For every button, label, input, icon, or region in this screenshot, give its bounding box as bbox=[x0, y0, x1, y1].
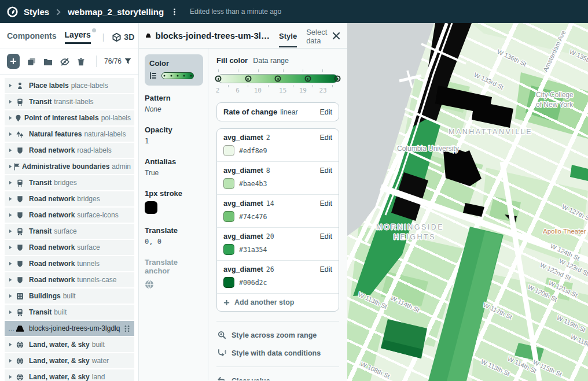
caret-icon[interactable] bbox=[8, 213, 16, 217]
map-block-polygon[interactable] bbox=[514, 343, 544, 361]
prop-color[interactable]: Color bbox=[145, 54, 203, 86]
breadcrumb-styles[interactable]: Styles bbox=[24, 7, 49, 17]
layer-row[interactable]: … blocks-joined-trees-um-3lgdlq bbox=[5, 321, 134, 336]
caret-icon[interactable] bbox=[8, 358, 16, 363]
slider-tick-labels: 2610151923 bbox=[218, 87, 338, 95]
tab-style[interactable]: Style bbox=[279, 24, 297, 47]
prop-opacity[interactable]: Opacity 1 bbox=[145, 125, 203, 145]
caret-icon[interactable] bbox=[8, 164, 13, 169]
stroke-color-swatch[interactable] bbox=[145, 201, 157, 214]
layer-counter[interactable]: 76/76 bbox=[104, 57, 131, 65]
stop-field-name: avg_diamet bbox=[223, 134, 263, 142]
prop-antialias[interactable]: Antialias True bbox=[145, 157, 203, 177]
layer-row[interactable]: Road network road-labels bbox=[5, 143, 134, 158]
caret-icon[interactable] bbox=[8, 197, 16, 201]
rate-of-change-row[interactable]: Rate of change linear Edit bbox=[216, 102, 339, 121]
caret-icon[interactable] bbox=[8, 148, 16, 153]
map-block-polygon[interactable] bbox=[435, 86, 513, 128]
layer-row[interactable]: Land, water, & sky built bbox=[5, 337, 134, 352]
stop-color-swatch[interactable] bbox=[223, 178, 234, 189]
edit-stop-button[interactable]: Edit bbox=[319, 232, 332, 241]
layer-row[interactable]: Point of interest labels poi-labels bbox=[5, 110, 134, 125]
caret-icon[interactable] bbox=[8, 294, 16, 298]
caret-icon[interactable] bbox=[8, 261, 16, 266]
layer-row[interactable]: Place labels place-labels bbox=[5, 78, 134, 93]
stop-color-swatch[interactable] bbox=[223, 211, 234, 222]
caret-icon[interactable] bbox=[8, 310, 16, 315]
prop-1px-stroke[interactable]: 1px stroke bbox=[145, 189, 203, 214]
layer-row[interactable]: Buildings built bbox=[5, 288, 134, 304]
slider-stop-handle[interactable] bbox=[335, 76, 341, 82]
stop-color-swatch[interactable] bbox=[223, 145, 234, 156]
map-block-polygon[interactable] bbox=[443, 149, 482, 186]
caret-icon[interactable] bbox=[8, 278, 16, 282]
edit-stop-button[interactable]: Edit bbox=[319, 134, 332, 142]
layer-row[interactable]: Transit surface bbox=[5, 224, 134, 239]
data-range-slider[interactable] bbox=[218, 74, 338, 83]
group-layers-button[interactable] bbox=[43, 56, 53, 66]
layer-row[interactable]: Road network surface-icons bbox=[5, 208, 134, 223]
add-layer-button[interactable] bbox=[7, 54, 20, 69]
map-canvas[interactable]: W 136th StW 135th StW 133rd StAmsterdam … bbox=[347, 23, 588, 381]
edit-stop-button[interactable]: Edit bbox=[319, 167, 332, 175]
color-stop-row[interactable]: avg_diamet 8 Edit #bae4b3 bbox=[217, 162, 339, 195]
duplicate-layer-button[interactable] bbox=[27, 56, 36, 66]
cube-icon bbox=[112, 33, 121, 42]
hide-layer-button[interactable] bbox=[60, 56, 69, 66]
caret-icon[interactable] bbox=[8, 229, 16, 234]
map-block-polygon[interactable] bbox=[570, 165, 588, 181]
layer-row[interactable]: Land, water, & sky land bbox=[5, 369, 134, 381]
caret-icon[interactable] bbox=[8, 132, 16, 136]
slider-stop-handle[interactable] bbox=[245, 76, 251, 82]
kebab-menu-icon[interactable] bbox=[171, 6, 178, 17]
color-stop-row[interactable]: avg_diamet 2 Edit #edf8e9 bbox=[217, 129, 339, 162]
slider-stop-handle[interactable] bbox=[275, 76, 281, 82]
caret-icon[interactable]: … bbox=[8, 325, 16, 332]
tab-select-data[interactable]: Select data bbox=[306, 20, 328, 51]
slider-stop-handle[interactable] bbox=[215, 76, 222, 82]
tab-layers[interactable]: Layers bbox=[65, 30, 91, 44]
caret-icon[interactable] bbox=[8, 375, 16, 379]
mapbox-logo-icon[interactable] bbox=[7, 6, 18, 17]
close-icon[interactable] bbox=[332, 31, 340, 41]
layer-row[interactable]: Natural features natural-labels bbox=[5, 127, 134, 142]
prop-pattern[interactable]: Pattern None bbox=[145, 94, 203, 113]
divider bbox=[216, 321, 339, 321]
caret-icon[interactable] bbox=[8, 180, 16, 185]
edit-rate-button[interactable]: Edit bbox=[319, 108, 332, 116]
color-stop-row[interactable]: avg_diamet 20 Edit #31a354 bbox=[217, 228, 339, 261]
color-stop-row[interactable]: avg_diamet 26 Edit #006d2c bbox=[217, 261, 339, 294]
style-with-data-conditions-button[interactable]: Style with data conditions bbox=[218, 349, 338, 357]
layer-row[interactable]: Transit built bbox=[5, 305, 134, 320]
data-range-label[interactable]: Data range bbox=[253, 57, 289, 65]
edit-stop-button[interactable]: Edit bbox=[319, 199, 332, 208]
toggle-3d-button[interactable]: 3D bbox=[112, 32, 134, 42]
stop-color-swatch[interactable] bbox=[223, 277, 234, 288]
caret-icon[interactable] bbox=[8, 342, 16, 347]
caret-icon[interactable] bbox=[8, 116, 14, 120]
layer-row[interactable]: Land, water, & sky water bbox=[5, 353, 134, 368]
layer-row[interactable]: Administrative boundaries admin bbox=[5, 159, 134, 174]
prop-translate-anchor[interactable]: Translate anchor bbox=[145, 258, 203, 289]
color-stop-row[interactable]: avg_diamet 14 Edit #74c476 bbox=[217, 195, 339, 228]
layer-row[interactable]: Transit bridges bbox=[5, 175, 134, 190]
drag-handle-icon[interactable] bbox=[123, 325, 131, 332]
stop-color-swatch[interactable] bbox=[223, 244, 234, 255]
layer-row[interactable]: Road network tunnels-case bbox=[5, 272, 134, 287]
clear-value-button[interactable]: Clear value bbox=[218, 376, 338, 380]
prop-translate[interactable]: Translate 0, 0 bbox=[145, 226, 203, 246]
layer-row[interactable]: Transit transit-labels bbox=[5, 94, 134, 109]
tab-components[interactable]: Components bbox=[7, 31, 57, 43]
style-title[interactable]: webmap_2_storytelling bbox=[68, 7, 164, 17]
style-across-zoom-button[interactable]: Style across zoom range bbox=[218, 331, 338, 339]
edit-stop-button[interactable]: Edit bbox=[319, 265, 332, 273]
layer-row[interactable]: Road network surface bbox=[5, 240, 134, 255]
caret-icon[interactable] bbox=[8, 245, 16, 250]
caret-icon[interactable] bbox=[8, 83, 16, 88]
delete-layer-button[interactable] bbox=[77, 56, 85, 66]
slider-stop-handle[interactable] bbox=[304, 76, 311, 82]
layer-row[interactable]: Road network bridges bbox=[5, 191, 134, 206]
add-stop-button[interactable]: Add another stop bbox=[217, 294, 339, 311]
caret-icon[interactable] bbox=[8, 99, 16, 104]
layer-row[interactable]: Road network tunnels bbox=[5, 256, 134, 271]
